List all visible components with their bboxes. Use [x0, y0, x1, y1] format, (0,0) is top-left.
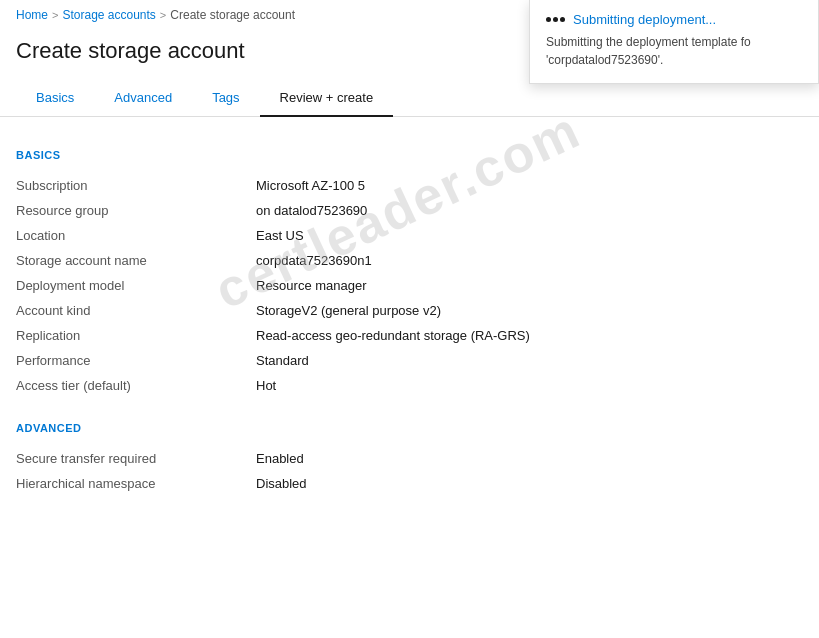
breadcrumb-home[interactable]: Home — [16, 8, 48, 22]
label-subscription: Subscription — [16, 178, 256, 193]
breadcrumb-sep2: > — [160, 9, 166, 21]
dot-1 — [546, 17, 551, 22]
main-content: BASICS Subscription Microsoft AZ-100 5 R… — [0, 117, 819, 520]
label-storage-account-name: Storage account name — [16, 253, 256, 268]
dot-3 — [560, 17, 565, 22]
row-hierarchical-namespace: Hierarchical namespace Disabled — [16, 471, 803, 496]
notification-body: Submitting the deployment template fo 'c… — [546, 33, 802, 69]
label-account-kind: Account kind — [16, 303, 256, 318]
row-access-tier: Access tier (default) Hot — [16, 373, 803, 398]
tab-basics[interactable]: Basics — [16, 80, 94, 117]
row-storage-account-name: Storage account name corpdata7523690n1 — [16, 248, 803, 273]
label-deployment-model: Deployment model — [16, 278, 256, 293]
tabs-container: Basics Advanced Tags Review + create — [0, 80, 819, 117]
breadcrumb-storage-accounts[interactable]: Storage accounts — [62, 8, 155, 22]
row-subscription: Subscription Microsoft AZ-100 5 — [16, 173, 803, 198]
section-heading-basics: BASICS — [16, 149, 803, 161]
tab-tags[interactable]: Tags — [192, 80, 259, 117]
value-account-kind: StorageV2 (general purpose v2) — [256, 303, 441, 318]
value-deployment-model: Resource manager — [256, 278, 367, 293]
value-resource-group: on datalod7523690 — [256, 203, 367, 218]
value-access-tier: Hot — [256, 378, 276, 393]
value-performance: Standard — [256, 353, 309, 368]
tab-review-create[interactable]: Review + create — [260, 80, 394, 117]
row-resource-group: Resource group on datalod7523690 — [16, 198, 803, 223]
label-location: Location — [16, 228, 256, 243]
notification-dots-icon — [546, 17, 565, 22]
label-performance: Performance — [16, 353, 256, 368]
notification-title-link[interactable]: Submitting deployment... — [573, 12, 716, 27]
row-location: Location East US — [16, 223, 803, 248]
label-replication: Replication — [16, 328, 256, 343]
value-subscription: Microsoft AZ-100 5 — [256, 178, 365, 193]
breadcrumb-current: Create storage account — [170, 8, 295, 22]
value-location: East US — [256, 228, 304, 243]
row-account-kind: Account kind StorageV2 (general purpose … — [16, 298, 803, 323]
label-resource-group: Resource group — [16, 203, 256, 218]
row-performance: Performance Standard — [16, 348, 803, 373]
notification-popup: Submitting deployment... Submitting the … — [529, 0, 819, 84]
label-hierarchical-namespace: Hierarchical namespace — [16, 476, 256, 491]
section-heading-advanced: ADVANCED — [16, 422, 803, 434]
value-secure-transfer: Enabled — [256, 451, 304, 466]
row-replication: Replication Read-access geo-redundant st… — [16, 323, 803, 348]
value-replication: Read-access geo-redundant storage (RA-GR… — [256, 328, 530, 343]
label-secure-transfer: Secure transfer required — [16, 451, 256, 466]
breadcrumb-sep1: > — [52, 9, 58, 21]
notification-title-row: Submitting deployment... — [546, 12, 802, 27]
label-access-tier: Access tier (default) — [16, 378, 256, 393]
tab-advanced[interactable]: Advanced — [94, 80, 192, 117]
dot-2 — [553, 17, 558, 22]
value-hierarchical-namespace: Disabled — [256, 476, 307, 491]
row-deployment-model: Deployment model Resource manager — [16, 273, 803, 298]
value-storage-account-name: corpdata7523690n1 — [256, 253, 372, 268]
row-secure-transfer: Secure transfer required Enabled — [16, 446, 803, 471]
